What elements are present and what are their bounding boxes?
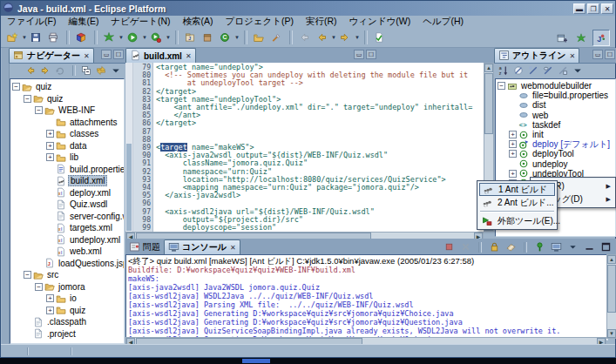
outline-maximize-button[interactable]: ☐ [605,50,615,59]
tab-build-xml[interactable]: build.xml ✕ [125,48,196,63]
menu-ヘルプ(H)[interactable]: ヘルプ(H) [416,16,470,28]
new-class-dropdown-icon[interactable]: ▼ [234,29,240,46]
navigator-item-lib[interactable]: +lib [10,152,124,164]
expander-icon[interactable]: − [24,95,31,103]
editor-minimize-button[interactable]: ▭ [354,50,364,59]
navigator-item-quiz[interactable]: +quiz [10,305,124,317]
navigator-item-.project[interactable]: .project [10,328,124,340]
ext-tools-button[interactable] [101,29,118,46]
console-dd-button[interactable] [565,240,580,253]
expander-icon[interactable]: + [46,153,54,161]
scroll-up-icon[interactable]: ▲ [484,64,493,72]
menu-2-Ant-[interactable]: 2 Ant ビルド... [479,196,555,209]
console-terminate-button[interactable] [442,240,457,253]
new-wizard-button[interactable] [4,29,22,46]
forward-button[interactable] [337,29,355,46]
outline-item-taskdef[interactable]: <>taskdef [496,120,615,130]
menu-ウィンドウ(W)[interactable]: ウィンドウ(W) [343,16,417,28]
outline-close-icon[interactable]: ✕ [568,52,575,60]
scroll-down-icon[interactable]: ▼ [607,329,616,338]
close-button[interactable]: ✕ [601,3,613,14]
navigator-item-server-config.wsdd[interactable]: server-config.wsdd [10,211,124,223]
navigator-view-menu-button[interactable] [110,64,124,78]
run-ext-button[interactable] [148,29,166,46]
outline-item-web[interactable]: web [496,111,615,120]
persp-ext-button[interactable] [573,30,591,46]
navigator-fwd-sm-button[interactable] [39,64,53,78]
new-package-button[interactable] [200,29,217,46]
navigator-item-deploy.xml[interactable]: xldeploy.xml [10,187,124,199]
save-button[interactable] [28,29,45,46]
last-edit-button[interactable] [296,29,314,46]
navigator-minimize-button[interactable]: ▭ [101,50,112,59]
expander-icon[interactable]: − [35,106,43,114]
menu-編集(E)[interactable]: 編集(E) [62,16,105,28]
open-perspective-button[interactable] [554,30,572,46]
ext-tools-dropdown-icon[interactable]: ▼ [118,29,125,46]
java-app-button[interactable] [73,29,91,46]
console-max-button[interactable] [599,240,613,253]
run-button[interactable] [125,29,142,46]
navigator-item-loadQuestions.jsp[interactable]: JloadQuestions.jsp [10,258,124,270]
expander-icon[interactable]: − [24,271,31,279]
expander-icon[interactable]: − [12,83,20,91]
outline-item-deploy-[interactable]: +deploy [デフォルト] [496,139,615,149]
navigator-item-jomora[interactable]: −jomora [10,281,124,293]
outline-item-deployTool[interactable]: +deployTool [496,149,615,158]
navigator-item-build.properties[interactable]: build.properties [10,164,124,176]
open-type-button[interactable] [251,29,268,46]
expander-icon[interactable]: + [46,294,54,302]
outline-view-menu-button[interactable] [572,64,586,78]
menu-ファイル(F)[interactable]: ファイル(F) [1,16,62,28]
expander-icon[interactable]: + [46,130,54,138]
expander-icon[interactable]: + [509,170,517,178]
menu-実行(R)[interactable]: 実行(R) [300,16,343,28]
forward-dropdown-icon[interactable]: ▼ [355,29,361,46]
scroll-up-icon[interactable]: ▲ [607,255,616,264]
outline-sort-button[interactable]: az [498,64,511,78]
console-pin-console-button[interactable] [532,240,547,253]
back-dropdown-icon[interactable]: ▼ [331,29,337,46]
new-wizard-dropdown-icon[interactable]: ▼ [22,29,28,46]
tab-navigator[interactable]: ナビゲーター ✕ [9,48,94,63]
expander-icon[interactable]: − [35,283,43,291]
outline-item-file-build.properties[interactable]: file=build.properties [496,91,615,100]
navigator-item-quiz[interactable]: −quiz [10,81,124,93]
navigator-item-classes[interactable]: +classes [10,128,124,140]
navigator-back-sm-button[interactable] [24,64,38,78]
menu--E-[interactable]: 外部ツール(E)... [479,214,555,227]
navigator-item-io[interactable]: +io [10,293,124,305]
console-close-icon[interactable]: ✕ [229,244,236,252]
run-ext-dropdown-icon[interactable]: ▼ [166,29,172,46]
navigator-item-targets.xml[interactable]: xltargets.xml [10,222,124,234]
console-min-button[interactable] [582,240,597,253]
expander-icon[interactable]: + [46,142,54,150]
navigator-maximize-button[interactable]: ☐ [113,50,124,59]
new-class-button[interactable]: C [217,29,234,46]
console-lock-scroll-button[interactable] [487,240,502,253]
java-project-button[interactable]: J [182,29,200,46]
tab-problems[interactable]: 問題 [125,240,164,254]
navigator-item-.classpath[interactable]: .classpath [10,316,124,328]
expander-icon[interactable]: − [498,82,505,90]
console-remove-launch-button[interactable] [458,240,473,253]
outline-item-webmodulebuilder[interactable]: −webmodulebuilder [496,81,615,91]
restore-button[interactable]: ❐ [587,3,599,14]
navigator-link-editor-button[interactable] [95,64,109,78]
search-brush-button[interactable] [268,29,286,46]
outline-item-init[interactable]: +init [496,130,615,139]
navigator-item-src[interactable]: −src [10,269,124,281]
run-dropdown-icon[interactable]: ▼ [142,29,148,46]
menu-検索(A)[interactable]: 検索(A) [176,16,219,28]
print-button[interactable] [45,29,63,46]
navigator-item-data[interactable]: +data [10,140,124,152]
persp-java-button[interactable]: J [592,30,610,46]
navigator-up-sm-button[interactable] [54,64,68,78]
tab-outline[interactable]: アウトライン ✕ [494,48,579,63]
outline-minimize-button[interactable]: ▭ [592,50,603,59]
editor-vscroll-thumb[interactable] [484,73,493,134]
expander-icon[interactable]: + [46,307,54,314]
navigator-item-build.xml[interactable]: build.xml [10,175,124,187]
editor-tab-close-icon[interactable]: ✕ [185,52,192,60]
navigator-close-icon[interactable]: ✕ [83,52,90,60]
